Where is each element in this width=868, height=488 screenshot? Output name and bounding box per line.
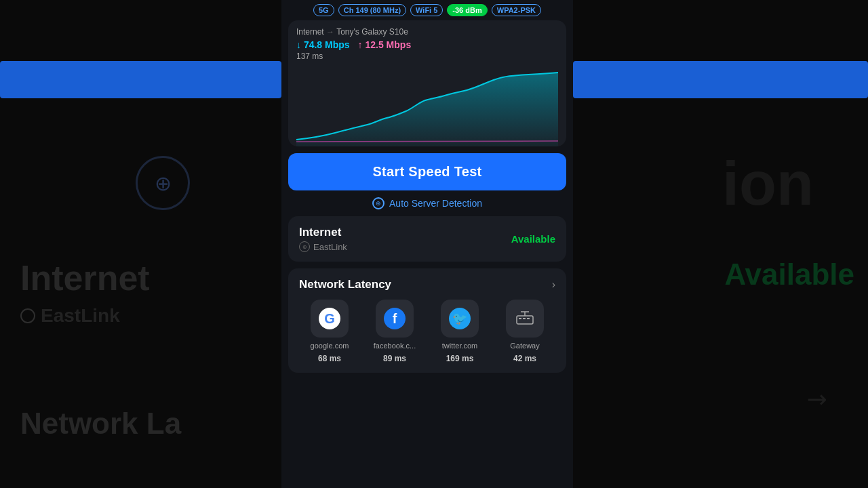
latency-item-google: G google.com 68 ms <box>299 300 360 363</box>
auto-server-icon: ⊕ <box>372 197 384 209</box>
svg-rect-0 <box>517 316 533 324</box>
chevron-right-icon: › <box>552 279 555 291</box>
twitter-latency: 169 ms <box>446 354 474 363</box>
graph-route: Internet → Tony's Galaxy S10e <box>296 27 558 37</box>
gateway-icon <box>514 308 536 329</box>
bg-available-text: Available <box>724 258 854 291</box>
bg-eastlink-text: EastLink <box>20 305 120 327</box>
tag-wpa: WPA2-PSK <box>492 4 541 16</box>
bg-ion-text: ion <box>722 149 814 219</box>
facebook-icon: f <box>384 308 406 329</box>
background-right: ion Available ↗ <box>573 0 868 488</box>
internet-provider: ⊕ EastLink <box>299 241 347 252</box>
graph-speeds: ↓ 74.8 Mbps ↑ 12.5 Mbps <box>296 39 558 50</box>
svg-rect-3 <box>527 318 530 319</box>
blue-bar-left <box>0 61 281 98</box>
graph-card: Internet → Tony's Galaxy S10e ↓ 74.8 Mbp… <box>288 20 566 146</box>
provider-icon: ⊕ <box>299 241 310 252</box>
google-latency: 68 ms <box>318 354 341 363</box>
tag-channel: Ch 149 (80 MHz) <box>338 4 406 16</box>
latency-title: Network Latency <box>299 278 391 291</box>
blue-bar-right <box>573 61 868 98</box>
latency-item-gateway: Gateway 42 ms <box>494 300 555 363</box>
gateway-domain: Gateway <box>510 342 539 350</box>
gateway-latency: 42 ms <box>513 354 536 363</box>
internet-card: Internet ⊕ EastLink Available <box>288 216 566 262</box>
auto-server-detection[interactable]: ⊕ Auto Server Detection <box>372 197 482 209</box>
start-speed-test-button[interactable]: Start Speed Test <box>288 153 566 190</box>
auto-server-label: Auto Server Detection <box>389 198 482 209</box>
speed-upload: ↑ 12.5 Mbps <box>358 39 412 50</box>
facebook-domain: facebook.c... <box>374 342 416 350</box>
tags-bar: 5G Ch 149 (80 MHz) WiFi 5 -36 dBm WPA2-P… <box>281 0 573 20</box>
latency-items: G google.com 68 ms f facebook.c... 89 ms… <box>299 300 555 363</box>
svg-rect-2 <box>523 318 526 319</box>
bg-circle-icon: ⊕ <box>136 156 190 210</box>
internet-row: Internet ⊕ EastLink Available <box>299 226 555 252</box>
facebook-latency: 89 ms <box>383 354 406 363</box>
latency-item-facebook: f facebook.c... 89 ms <box>364 300 425 363</box>
bg-network-text: Network La <box>20 407 181 441</box>
graph-latency-value: 137 ms <box>296 52 558 61</box>
latency-card[interactable]: Network Latency › G google.com 68 ms f f… <box>288 268 566 373</box>
google-domain: google.com <box>311 342 349 350</box>
speed-graph <box>296 65 558 146</box>
bg-internet-text: Internet <box>20 258 150 298</box>
provider-name: EastLink <box>313 242 347 252</box>
latency-header: Network Latency › <box>299 278 555 291</box>
gateway-icon-wrap <box>506 300 544 338</box>
svg-rect-1 <box>519 318 521 319</box>
google-icon: G <box>319 308 340 329</box>
internet-title: Internet <box>299 226 347 239</box>
tag-dbm: -36 dBm <box>447 4 487 16</box>
twitter-domain: twitter.com <box>442 342 478 350</box>
bg-arrow-icon: ↗ <box>800 382 835 417</box>
background-left: ⊕ Internet EastLink Network La <box>0 0 281 488</box>
tag-5g: 5G <box>313 4 334 16</box>
internet-status: Available <box>511 233 555 245</box>
twitter-icon: 🐦 <box>449 308 471 329</box>
internet-left: Internet ⊕ EastLink <box>299 226 347 252</box>
google-icon-wrap: G <box>311 300 349 338</box>
tag-wifi: WiFi 5 <box>410 4 443 16</box>
latency-item-twitter: 🐦 twitter.com 169 ms <box>429 300 490 363</box>
speed-download: ↓ 74.8 Mbps <box>296 39 350 50</box>
facebook-icon-wrap: f <box>376 300 414 338</box>
center-panel: 5G Ch 149 (80 MHz) WiFi 5 -36 dBm WPA2-P… <box>281 0 573 488</box>
twitter-icon-wrap: 🐦 <box>441 300 479 338</box>
